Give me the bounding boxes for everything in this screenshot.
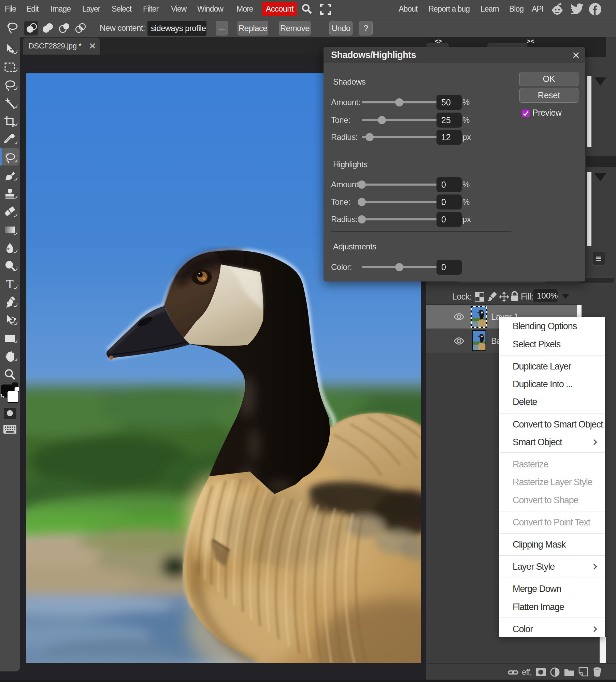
svg-text:T: T [6,278,14,290]
